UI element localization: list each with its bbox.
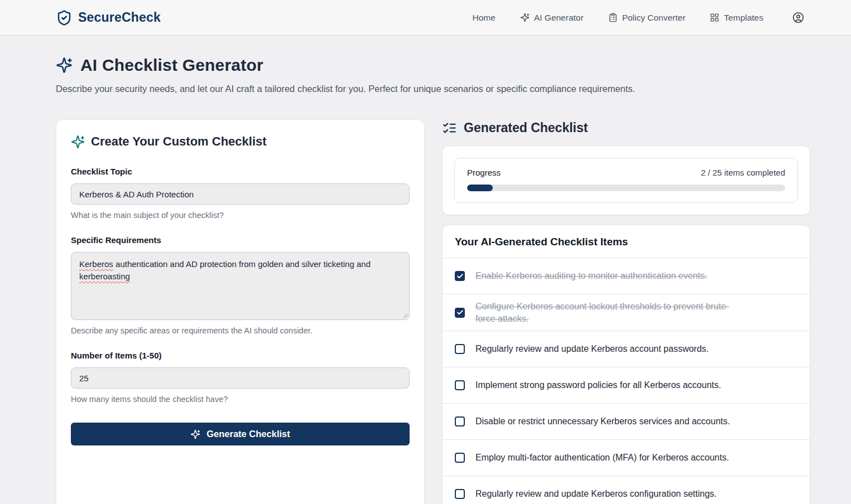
checklist-item-label: Implement strong password policies for a… (475, 379, 721, 391)
generate-checklist-button[interactable]: Generate Checklist (71, 423, 410, 445)
checkbox[interactable] (455, 271, 465, 281)
checkbox[interactable] (455, 416, 465, 427)
page-subtitle: Describe your security needs, and let ou… (56, 84, 810, 94)
checklist-item-label: Enable Kerberos auditing to monitor auth… (475, 270, 707, 282)
checkbox[interactable] (455, 380, 465, 390)
generated-checklist-heading: Generated Checklist (464, 120, 588, 135)
top-navigation-bar: SecureCheck Home AI Generator Policy Con… (0, 0, 851, 36)
progress-panel: Progress 2 / 25 items completed (454, 158, 798, 203)
nav-templates-label: Templates (724, 13, 763, 23)
checkbox[interactable] (455, 308, 465, 318)
requirements-help: Describe any specific areas or requireme… (71, 326, 410, 335)
topic-label: Checklist Topic (71, 167, 410, 176)
page-title: AI Checklist Generator (80, 56, 263, 75)
checklist-item-row[interactable]: Enable Kerberos auditing to monitor auth… (443, 258, 810, 294)
requirements-label: Specific Requirements (71, 235, 410, 245)
checkbox[interactable] (455, 344, 465, 354)
checklist-item-row[interactable]: Implement strong password policies for a… (443, 367, 810, 403)
create-checklist-card: Create Your Custom Checklist Checklist T… (56, 119, 425, 504)
checklist-item-row[interactable]: Configure Kerberos account lockout thres… (443, 294, 810, 331)
requirements-text-segment: kerberoasting (79, 272, 130, 281)
requirements-text-segment: Kerberos (79, 259, 113, 269)
checklist-item-label: Employ multi-factor authentication (MFA)… (475, 452, 729, 464)
checklist-item-label: Configure Kerberos account lockout thres… (475, 301, 749, 324)
item-count-label: Number of Items (1-50) (71, 351, 410, 360)
checklist-items-header: Your AI-Generated Checklist Items (443, 225, 810, 258)
grid-icon (710, 13, 719, 22)
progress-card: Progress 2 / 25 items completed (442, 146, 810, 215)
main-nav: Home AI Generator Policy Converter Templ… (473, 12, 804, 23)
nav-item-ai-generator[interactable]: AI Generator (520, 13, 584, 23)
checklist-item-row[interactable]: Regularly review and update Kerberos con… (443, 476, 810, 504)
page-content: AI Checklist Generator Describe your sec… (0, 36, 851, 504)
checklist-item-row[interactable]: Employ multi-factor authentication (MFA)… (443, 439, 810, 476)
sparkles-icon (56, 57, 73, 74)
progress-fill (467, 185, 493, 191)
form-card-title: Create Your Custom Checklist (91, 134, 267, 149)
item-count-input[interactable] (71, 367, 410, 389)
checklist-item-label: Regularly review and update Kerberos acc… (475, 343, 709, 355)
generated-checklist-section: Generated Checklist Progress 2 / 25 item… (442, 119, 810, 504)
shield-check-icon (56, 9, 73, 26)
generate-checklist-label: Generate Checklist (206, 429, 290, 439)
sparkles-icon (190, 429, 200, 439)
topic-help: What is the main subject of your checkli… (71, 211, 410, 220)
brand-logo[interactable]: SecureCheck (56, 9, 161, 26)
nav-policy-converter-label: Policy Converter (622, 13, 686, 23)
list-checks-icon (442, 120, 457, 135)
nav-ai-generator-label: AI Generator (534, 13, 584, 23)
checklist-item-label: Regularly review and update Kerberos con… (475, 488, 717, 500)
nav-item-templates[interactable]: Templates (710, 13, 763, 23)
checklist-item-label: Disable or restrict unnecessary Kerberos… (475, 415, 730, 428)
progress-bar-track (467, 185, 785, 191)
nav-item-home[interactable]: Home (473, 13, 496, 23)
user-account-icon[interactable] (792, 12, 804, 23)
progress-label: Progress (467, 168, 501, 177)
nav-item-policy-converter[interactable]: Policy Converter (608, 13, 686, 23)
resize-handle-icon[interactable] (402, 313, 408, 318)
sparkles-icon (71, 135, 85, 149)
checklist-item-row[interactable]: Disable or restrict unnecessary Kerberos… (443, 403, 810, 439)
brand-name: SecureCheck (78, 10, 161, 25)
checkbox[interactable] (455, 489, 465, 499)
sparkles-icon (520, 13, 530, 22)
topic-input[interactable] (71, 183, 410, 205)
progress-status: 2 / 25 items completed (701, 168, 785, 177)
requirements-textarea[interactable]: Kerberos authentication and AD protectio… (71, 252, 410, 320)
clipboard-icon (608, 13, 618, 22)
checkbox[interactable] (455, 453, 465, 463)
checklist-item-row[interactable]: Regularly review and update Kerberos acc… (443, 331, 810, 367)
nav-home-label: Home (473, 13, 496, 23)
requirements-text-segment: authentication and AD protection from go… (113, 259, 371, 269)
checklist-items-card: Your AI-Generated Checklist Items Enable… (442, 225, 810, 504)
item-count-help: How many items should the checklist have… (71, 395, 410, 404)
